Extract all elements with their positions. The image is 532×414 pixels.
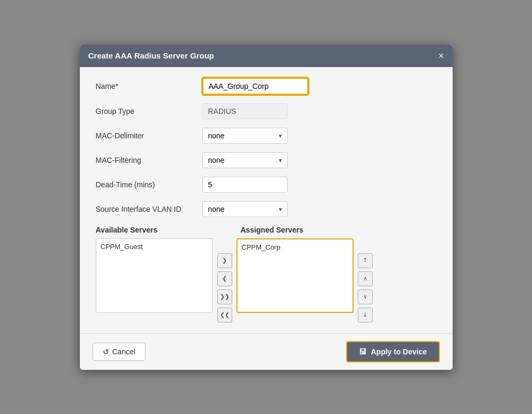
- list-item[interactable]: CPPM_Guest: [99, 241, 210, 252]
- move-down-button[interactable]: ∨: [358, 289, 373, 304]
- servers-labels: Available Servers Assigned Servers: [96, 226, 437, 234]
- move-up-button[interactable]: ∧: [358, 271, 373, 286]
- close-button[interactable]: ×: [438, 51, 444, 61]
- source-interface-wrapper: none ▼: [202, 201, 288, 217]
- create-aaa-dialog: Create AAA Radius Server Group × Name* G…: [80, 45, 453, 370]
- apply-to-device-button[interactable]: 🖫 Apply to Device: [346, 341, 439, 362]
- apply-label: Apply to Device: [371, 347, 427, 356]
- mac-delimiter-select[interactable]: none: [202, 128, 288, 144]
- dialog-title: Create AAA Radius Server Group: [88, 51, 214, 60]
- cancel-icon: ↺: [103, 347, 109, 356]
- dead-time-row: Dead-Time (mins): [96, 177, 437, 193]
- group-type-row: Group Type RADIUS: [96, 103, 437, 119]
- cancel-button[interactable]: ↺ Cancel: [93, 343, 146, 361]
- move-bottom-button[interactable]: ⤓: [358, 308, 373, 322]
- name-row: Name*: [96, 78, 437, 95]
- assigned-servers-list[interactable]: CPPM_Corp: [236, 238, 354, 313]
- available-servers-label: Available Servers: [96, 226, 158, 234]
- group-type-label: Group Type: [96, 107, 202, 115]
- dead-time-input[interactable]: [202, 177, 288, 193]
- mac-delimiter-label: MAC-Delimiter: [96, 131, 202, 140]
- source-interface-row: Source Interface VLAN ID none ▼: [96, 201, 437, 217]
- dialog-footer: ↺ Cancel 🖫 Apply to Device: [80, 333, 453, 370]
- name-input[interactable]: [202, 78, 308, 95]
- mac-filtering-row: MAC-Filtering none ▼: [96, 152, 437, 168]
- source-interface-label: Source Interface VLAN ID: [96, 205, 202, 213]
- move-top-button[interactable]: ⤒: [358, 253, 373, 268]
- assigned-servers-label: Assigned Servers: [241, 226, 304, 234]
- dialog-header: Create AAA Radius Server Group ×: [80, 45, 453, 67]
- available-servers-list[interactable]: CPPM_Guest: [96, 238, 213, 313]
- add-server-button[interactable]: ❯: [217, 253, 232, 268]
- transfer-buttons: ❯ ❮ ❯❯ ❮❮: [217, 238, 232, 322]
- mac-delimiter-wrapper: none ▼: [202, 128, 288, 144]
- servers-section: Available Servers Assigned Servers CPPM_…: [96, 226, 437, 322]
- list-item[interactable]: CPPM_Corp: [240, 242, 350, 253]
- cancel-label: Cancel: [112, 347, 136, 356]
- name-label: Name*: [96, 82, 202, 90]
- mac-filtering-select[interactable]: none: [202, 152, 288, 168]
- group-type-value: RADIUS: [202, 103, 288, 119]
- add-all-servers-button[interactable]: ❯❯: [217, 289, 232, 304]
- mac-delimiter-row: MAC-Delimiter none ▼: [96, 128, 437, 144]
- dead-time-label: Dead-Time (mins): [96, 180, 202, 189]
- servers-controls-row: CPPM_Guest ❯ ❮ ❯❯ ❮❮ CPPM_Corp ⤒ ∧ ∨: [96, 238, 437, 322]
- remove-server-button[interactable]: ❮: [217, 271, 232, 286]
- source-interface-select[interactable]: none: [202, 201, 288, 217]
- dialog-body: Name* Group Type RADIUS MAC-Delimiter no…: [80, 67, 453, 333]
- order-buttons: ⤒ ∧ ∨ ⤓: [358, 238, 373, 322]
- mac-filtering-label: MAC-Filtering: [96, 156, 202, 164]
- remove-all-servers-button[interactable]: ❮❮: [217, 308, 232, 322]
- apply-icon: 🖫: [359, 347, 366, 356]
- mac-filtering-wrapper: none ▼: [202, 152, 288, 168]
